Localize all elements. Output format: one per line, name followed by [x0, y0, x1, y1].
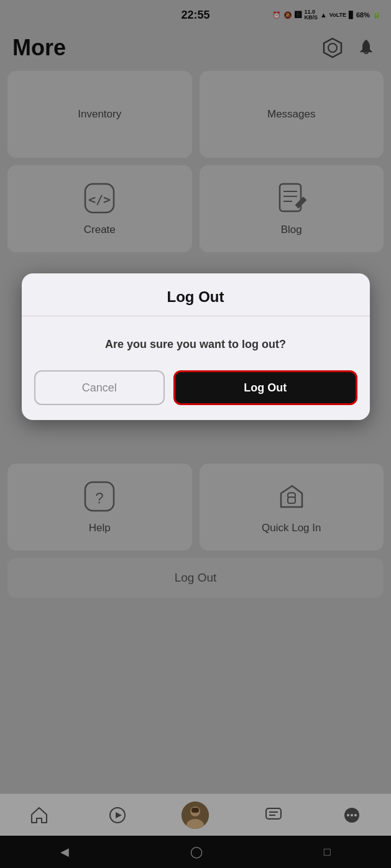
cancel-button[interactable]: Cancel: [34, 370, 165, 405]
confirm-logout-button[interactable]: Log Out: [173, 370, 357, 405]
dialog-actions: Cancel Log Out: [22, 370, 370, 420]
logout-dialog: Log Out Are you sure you want to log out…: [22, 273, 370, 420]
dialog-title: Log Out: [167, 288, 224, 305]
dialog-message: Are you sure you want to log out?: [105, 338, 286, 350]
dialog-header: Log Out: [22, 273, 370, 316]
modal-overlay: Log Out Are you sure you want to log out…: [0, 0, 391, 868]
dialog-body: Are you sure you want to log out?: [22, 316, 370, 370]
